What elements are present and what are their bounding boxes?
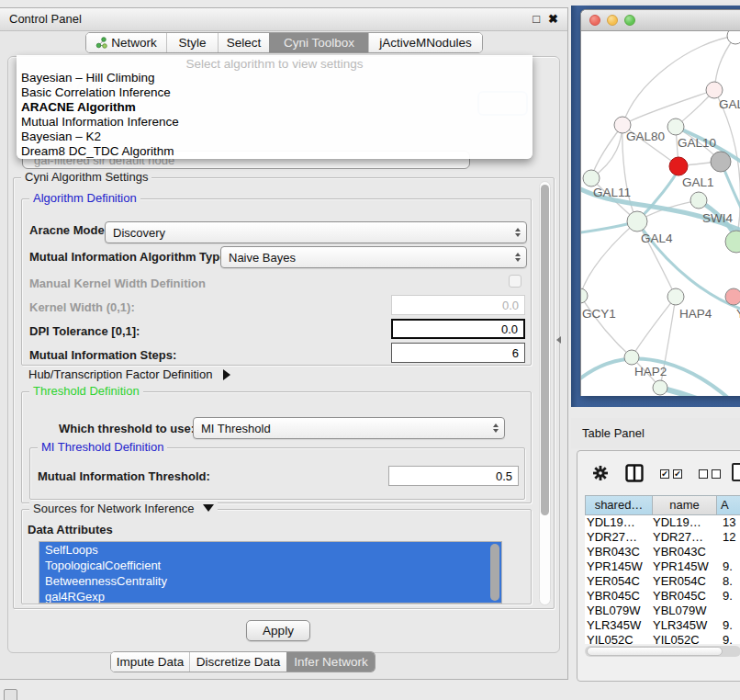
node-gal-partial[interactable] — [706, 82, 723, 98]
cell-name: YER054C — [653, 574, 717, 589]
node-gcy1[interactable] — [581, 288, 588, 303]
table-panel-body: ✔ ✔ shared… name A YDL19… YDL19… 13 YDR2… — [577, 450, 740, 682]
node-label-hap4: HAP4 — [679, 307, 712, 321]
network-view-panel: GAL GAL80 GAL10 GAL1 GAL11 SWI4 GAL4 GCY… — [571, 6, 740, 407]
tab-discretize-data[interactable]: Discretize Data — [189, 652, 286, 672]
corner-grip-button[interactable] — [4, 689, 17, 700]
cell-shared-name: YDR27… — [585, 530, 653, 545]
expand-arrow-icon[interactable] — [223, 369, 230, 380]
close-icon[interactable]: ✖ — [548, 8, 558, 30]
close-traffic-light[interactable] — [589, 15, 600, 26]
mi-algorithm-type-label: Mutual Information Algorithm Type: — [29, 250, 230, 265]
hub-transcription-section-toggle[interactable]: Hub/Transcription Factor Definition — [28, 367, 230, 381]
table-row[interactable]: YBL079W YBL079W — [585, 604, 740, 618]
apply-button-label: Apply — [263, 624, 294, 638]
algorithm-option-basic-correlation[interactable]: Basic Correlation Inference — [17, 85, 533, 100]
tab-jactivemnodules-label: jActiveMNodules — [379, 33, 472, 52]
node-gal4[interactable] — [627, 211, 647, 231]
tab-infer-network[interactable]: Infer Network — [286, 652, 375, 672]
table-horizontal-scrollbar-thumb[interactable] — [587, 647, 723, 656]
node-big-green[interactable] — [725, 231, 740, 253]
apply-button[interactable]: Apply — [246, 620, 310, 641]
algorithm-option-bayesian-hill-climbing[interactable]: Bayesian – Hill Climbing — [17, 71, 533, 85]
dpi-tolerance-input[interactable]: 0.0 — [391, 319, 525, 339]
node-hap2[interactable] — [624, 350, 639, 365]
node-label-gal10: GAL10 — [678, 136, 716, 150]
network-canvas[interactable]: GAL GAL80 GAL10 GAL1 GAL11 SWI4 GAL4 GCY… — [581, 31, 740, 396]
manual-kernel-width-checkbox[interactable] — [509, 275, 521, 288]
table-settings-gear-icon[interactable] — [592, 465, 609, 485]
tab-network[interactable]: Network — [86, 33, 166, 52]
node-salmon[interactable] — [725, 288, 740, 305]
list-item-selfloops[interactable]: SelfLoops — [39, 542, 501, 558]
network-icon — [95, 37, 107, 49]
kernel-width-value: 0.0 — [502, 299, 519, 312]
node-hap4[interactable] — [667, 288, 684, 305]
mi-threshold-input[interactable]: 0.5 — [388, 466, 519, 486]
list-item-topologicalcoefficient[interactable]: TopologicalCoefficient — [39, 558, 501, 573]
settings-scrollbar[interactable] — [539, 181, 551, 605]
cell-shared-name: YBR043C — [585, 545, 653, 559]
aracne-mode-label: Aracne Mode: — [29, 223, 108, 238]
panel-splitter-arrow-icon[interactable] — [556, 336, 561, 344]
minimize-traffic-light[interactable] — [607, 15, 618, 26]
table-row[interactable]: YER054C YER054C 8. — [585, 574, 740, 589]
algorithm-option-bayesian-k2[interactable]: Bayesian – K2 — [17, 130, 533, 144]
table-row[interactable]: YBR045C YBR045C 9. — [585, 589, 740, 604]
algorithm-option-mutual-information[interactable]: Mutual Information Inference — [17, 115, 533, 130]
collapse-arrow-icon[interactable] — [203, 504, 214, 512]
tab-style-label: Style — [178, 33, 206, 52]
node-partial-top[interactable] — [727, 31, 740, 44]
table-row[interactable]: YIL052C YIL052C 9. — [585, 633, 740, 644]
cyni-algorithm-settings-title: Cyni Algorithm Settings — [21, 170, 151, 184]
mi-steps-input[interactable]: 6 — [391, 343, 525, 363]
dpi-tolerance-label: DPI Tolerance [0,1]: — [29, 324, 140, 339]
columns-icon[interactable] — [625, 464, 644, 486]
list-item-gal4rgexp[interactable]: gal4RGexp — [39, 589, 501, 604]
tab-impute-data-label: Impute Data — [117, 652, 185, 672]
node-gal1-selected[interactable] — [669, 157, 688, 175]
column-header-shared-name[interactable]: shared… — [585, 495, 653, 515]
tab-select[interactable]: Select — [218, 33, 269, 52]
kernel-width-input[interactable]: 0.0 — [391, 295, 525, 315]
document-icon[interactable] — [732, 463, 740, 481]
threshold-definition-group: Threshold Definition Which threshold to … — [21, 391, 532, 503]
mi-algorithm-type-select[interactable]: Naive Bayes — [220, 246, 527, 268]
deselect-all-checkboxes-icon[interactable] — [699, 469, 721, 479]
which-threshold-select[interactable]: MI Threshold — [193, 417, 505, 439]
aracne-mode-select[interactable]: Discovery — [105, 221, 527, 243]
network-window-titlebar[interactable] — [581, 10, 740, 31]
table-row[interactable]: YDL19… YDL19… 13 — [585, 515, 740, 530]
column-header-partial[interactable]: A — [717, 495, 740, 515]
unchecked-box-icon — [712, 469, 721, 479]
algorithm-option-aracne[interactable]: ARACNE Algorithm — [17, 100, 533, 115]
float-window-icon[interactable]: □ — [533, 8, 540, 30]
tab-impute-data[interactable]: Impute Data — [111, 652, 189, 672]
attributes-scrollbar-thumb[interactable] — [490, 544, 499, 601]
settings-scrollbar-thumb[interactable] — [541, 185, 549, 515]
table-horizontal-scrollbar[interactable] — [585, 646, 740, 657]
zoom-traffic-light[interactable] — [624, 15, 635, 26]
node-partial-bottom[interactable] — [653, 380, 667, 395]
manual-kernel-width-label: Manual Kernel Width Definition — [29, 277, 206, 291]
cell-value: 9. — [717, 559, 740, 574]
tab-style[interactable]: Style — [166, 33, 218, 52]
column-header-name[interactable]: name — [653, 495, 717, 515]
select-all-checkboxes-icon[interactable]: ✔ ✔ — [660, 469, 682, 479]
node-swi4[interactable] — [690, 192, 707, 209]
node-gal11[interactable] — [583, 170, 600, 186]
node-gray[interactable] — [711, 152, 731, 172]
node-label-gcy1: GCY1 — [582, 307, 616, 321]
tab-cyni-toolbox[interactable]: Cyni Toolbox — [269, 33, 368, 52]
table-row[interactable]: YBR043C YBR043C — [585, 545, 740, 559]
tab-jactivemnodules[interactable]: jActiveMNodules — [368, 33, 482, 52]
aracne-mode-value: Discovery — [113, 226, 165, 240]
list-item-betweennesscentrality[interactable]: BetweennessCentrality — [39, 573, 501, 589]
node-gal10[interactable] — [667, 119, 684, 135]
table-row[interactable]: YLR345W YLR345W 9. — [585, 618, 740, 633]
table-row[interactable]: YDR27… YDR27… 12 — [585, 530, 740, 545]
cell-name: YBL079W — [653, 604, 717, 618]
algorithm-option-dream8[interactable]: Dream8 DC_TDC Algorithm — [17, 144, 533, 159]
node-label-hap2: HAP2 — [634, 365, 667, 378]
table-row[interactable]: YPR145W YPR145W 9. — [585, 559, 740, 574]
